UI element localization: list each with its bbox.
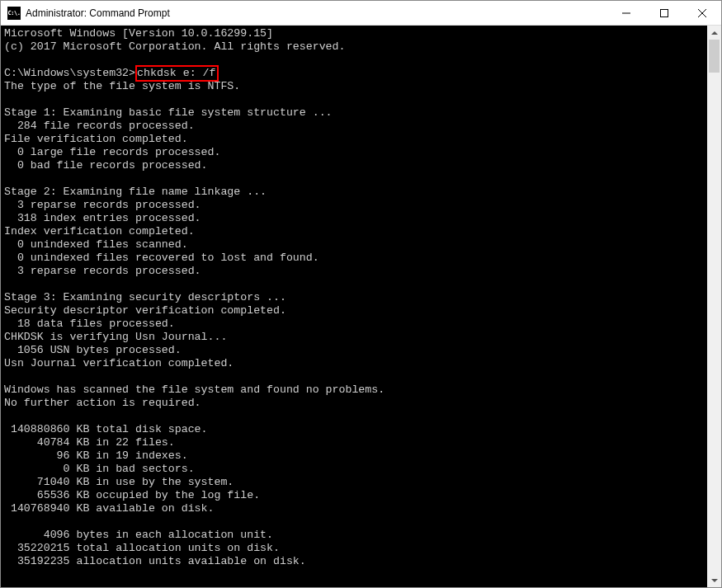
prompt-path: C:\Windows\system32> bbox=[4, 67, 135, 79]
line-copyright: (c) 2017 Microsoft Corporation. All righ… bbox=[4, 40, 345, 53]
stage1-bad: 0 bad file records processed. bbox=[4, 159, 208, 172]
vertical-scrollbar[interactable] bbox=[707, 26, 721, 587]
line-version: Microsoft Windows [Version 10.0.16299.15… bbox=[4, 27, 273, 40]
maximize-icon bbox=[660, 9, 668, 17]
window-titlebar: C:\. Administrator: Command Prompt bbox=[1, 1, 721, 26]
stage2-header: Stage 2: Examining file name linkage ... bbox=[4, 186, 267, 198]
alloc-available: 35192235 allocation units available on d… bbox=[4, 555, 306, 567]
cmd-icon: C:\. bbox=[7, 7, 21, 20]
stage2-reparse2: 3 reparse records processed. bbox=[4, 265, 201, 277]
disk-badsectors: 0 KB in bad sectors. bbox=[4, 463, 195, 475]
stage2-recovered: 0 unindexed files recovered to lost and … bbox=[4, 252, 319, 264]
chevron-down-icon bbox=[711, 577, 718, 584]
stage2-index: 318 index entries processed. bbox=[4, 212, 201, 224]
minimize-button[interactable] bbox=[607, 1, 645, 25]
stage1-large: 0 large file records processed. bbox=[4, 146, 220, 158]
stage2-verify: Index verification completed. bbox=[4, 225, 195, 238]
alloc-unitsize: 4096 bytes in each allocation unit. bbox=[4, 529, 273, 541]
stage3-datafiles: 18 data files processed. bbox=[4, 318, 175, 330]
stage1-header: Stage 1: Examining basic file system str… bbox=[4, 106, 333, 119]
scroll-down-button[interactable] bbox=[707, 573, 721, 587]
alloc-total: 35220215 total allocation units on disk. bbox=[4, 542, 280, 554]
command-text: chkdsk e: /f bbox=[137, 67, 215, 79]
chevron-up-icon bbox=[711, 30, 718, 36]
maximize-button[interactable] bbox=[645, 1, 683, 25]
svg-rect-0 bbox=[661, 9, 668, 16]
disk-logfile: 65536 KB occupied by the log file. bbox=[4, 489, 260, 501]
stage3-usndone: Usn Journal verification completed. bbox=[4, 357, 234, 369]
stage3-header: Stage 3: Examining security descriptors … bbox=[4, 291, 286, 303]
stage2-reparse1: 3 reparse records processed. bbox=[4, 199, 201, 211]
stage1-verify: File verification completed. bbox=[4, 133, 188, 145]
disk-inindexes: 96 KB in 19 indexes. bbox=[4, 449, 188, 462]
disk-systemuse: 71040 KB in use by the system. bbox=[4, 476, 234, 488]
stage3-verify: Security descriptor verification complet… bbox=[4, 304, 286, 317]
disk-available: 140768940 KB available on disk. bbox=[4, 502, 214, 515]
result-noproblems: Windows has scanned the file system and … bbox=[4, 383, 385, 396]
stage3-usnbytes: 1056 USN bytes processed. bbox=[4, 344, 182, 356]
minimize-icon bbox=[622, 9, 630, 17]
scroll-up-button[interactable] bbox=[707, 26, 721, 40]
scrollbar-thumb[interactable] bbox=[709, 40, 720, 73]
close-icon bbox=[698, 9, 706, 17]
window-title: Administrator: Command Prompt bbox=[26, 7, 607, 19]
console-area: Microsoft Windows [Version 10.0.16299.15… bbox=[1, 26, 721, 587]
disk-infiles: 40784 KB in 22 files. bbox=[4, 436, 175, 449]
stage1-records: 284 file records processed. bbox=[4, 120, 195, 132]
result-noaction: No further action is required. bbox=[4, 397, 201, 409]
close-button[interactable] bbox=[683, 1, 721, 25]
stage2-scanned: 0 unindexed files scanned. bbox=[4, 238, 188, 251]
scrollbar-track-inner[interactable] bbox=[707, 40, 721, 573]
console-output[interactable]: Microsoft Windows [Version 10.0.16299.15… bbox=[1, 26, 707, 587]
stage3-usn: CHKDSK is verifying Usn Journal... bbox=[4, 331, 227, 343]
disk-total: 140880860 KB total disk space. bbox=[4, 423, 208, 435]
command-highlight: chkdsk e: /f bbox=[135, 65, 219, 82]
line-fs-type: The type of the file system is NTFS. bbox=[4, 80, 240, 92]
window-controls bbox=[607, 1, 721, 25]
